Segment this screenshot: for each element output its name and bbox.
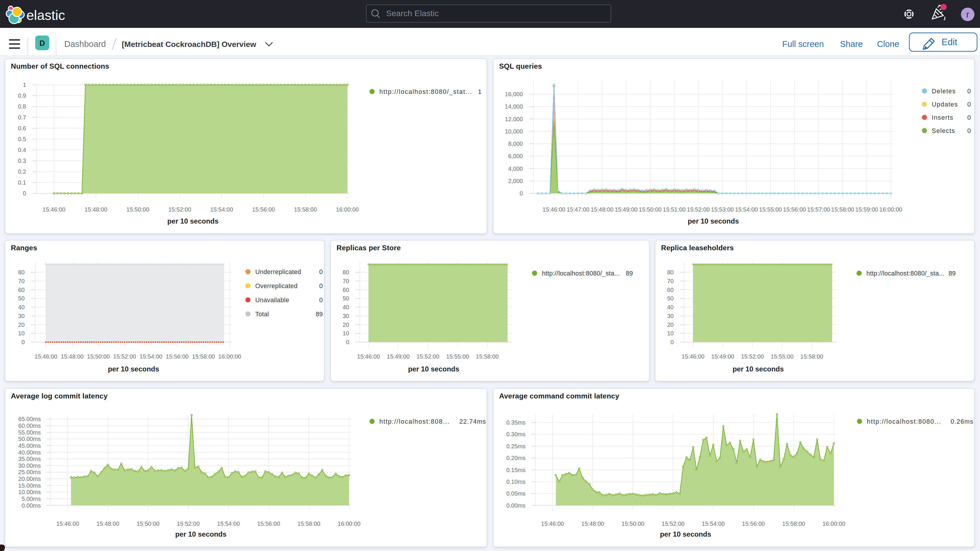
svg-text:0.10ms: 0.10ms: [506, 479, 525, 485]
svg-text:70: 70: [343, 278, 349, 284]
svg-text:16:00:00: 16:00:00: [879, 206, 902, 213]
svg-text:0.30ms: 0.30ms: [506, 431, 525, 438]
svg-text:per 10 seconds: per 10 seconds: [688, 217, 739, 225]
svg-text:15:47:00: 15:47:00: [566, 206, 589, 213]
svg-text:16:00:00: 16:00:00: [338, 521, 361, 527]
svg-text:50.00ms: 50.00ms: [18, 436, 41, 442]
svg-text:Total: Total: [255, 311, 269, 318]
svg-text:15:58:00: 15:58:00: [782, 521, 805, 527]
svg-text:22.74ms: 22.74ms: [459, 418, 486, 425]
svg-text:15:52:00: 15:52:00: [169, 206, 191, 213]
svg-text:20: 20: [667, 322, 674, 328]
svg-text:0.00ms: 0.00ms: [21, 502, 41, 509]
svg-text:80: 80: [343, 269, 349, 276]
svg-text:0: 0: [967, 88, 971, 95]
svg-text:8,000: 8,000: [508, 140, 523, 147]
svg-text:20.00ms: 20.00ms: [18, 476, 41, 482]
svg-text:5.00ms: 5.00ms: [21, 495, 41, 502]
svg-text:15:58:00: 15:58:00: [831, 206, 854, 213]
svg-text:15:46:00: 15:46:00: [541, 521, 564, 527]
svg-text:0: 0: [21, 339, 25, 346]
svg-text:1: 1: [478, 88, 482, 96]
svg-text:80: 80: [18, 269, 25, 276]
svg-text:15:50:00: 15:50:00: [87, 353, 110, 360]
svg-text:0.3: 0.3: [18, 158, 26, 164]
svg-text:per 10 seconds: per 10 seconds: [175, 530, 226, 538]
svg-text:40: 40: [667, 304, 674, 311]
svg-text:http://localhost:8080...: http://localhost:8080...: [867, 418, 942, 425]
svg-text:http://localhost:8080/_stat...: http://localhost:8080/_stat...: [379, 88, 473, 96]
svg-text:15:50:00: 15:50:00: [137, 521, 160, 527]
svg-text:Dashboard: Dashboard: [64, 39, 106, 49]
svg-text:0.20ms: 0.20ms: [506, 455, 525, 461]
svg-text:http://localhost:808...: http://localhost:808...: [379, 418, 450, 425]
svg-text:1: 1: [23, 81, 26, 88]
svg-text:per 10 seconds: per 10 seconds: [167, 217, 219, 225]
svg-text:12,000: 12,000: [505, 116, 523, 123]
svg-text:0.7: 0.7: [18, 114, 26, 121]
svg-text:0: 0: [319, 297, 323, 304]
svg-text:30: 30: [667, 313, 674, 319]
svg-text:Overreplicated: Overreplicated: [255, 283, 298, 290]
svg-text:15:59:00: 15:59:00: [855, 206, 878, 213]
svg-text:0: 0: [319, 283, 323, 290]
svg-text:15:54:00: 15:54:00: [702, 521, 725, 527]
svg-text:15:56:00: 15:56:00: [742, 521, 765, 527]
svg-text:elastic: elastic: [26, 8, 65, 23]
svg-text:60.00ms: 60.00ms: [18, 422, 41, 429]
svg-text:15:58:00: 15:58:00: [294, 206, 317, 213]
svg-text:0: 0: [319, 268, 323, 276]
svg-text:50: 50: [343, 295, 349, 302]
svg-text:Unavailable: Unavailable: [255, 297, 289, 304]
svg-text:per 10 seconds: per 10 seconds: [108, 365, 159, 373]
svg-text:r: r: [966, 9, 969, 20]
svg-text:0.25ms: 0.25ms: [506, 443, 525, 449]
svg-text:15:55:00: 15:55:00: [446, 353, 469, 360]
svg-text:15:58:00: 15:58:00: [476, 353, 499, 360]
svg-text:0: 0: [520, 190, 523, 197]
svg-text:Full screen: Full screen: [782, 39, 824, 49]
svg-text:15:52:00: 15:52:00: [177, 521, 200, 527]
svg-text:0: 0: [346, 339, 349, 346]
svg-text:16,000: 16,000: [505, 91, 523, 97]
svg-text:http://localhost:8080/_sta...: http://localhost:8080/_sta...: [867, 270, 945, 277]
svg-text:10,000: 10,000: [505, 128, 523, 135]
svg-text:15:52:00: 15:52:00: [416, 353, 439, 360]
svg-text:0: 0: [23, 190, 26, 197]
svg-text:15:54:00: 15:54:00: [140, 353, 162, 360]
svg-text:Search Elastic: Search Elastic: [386, 9, 439, 18]
svg-text:15.00ms: 15.00ms: [18, 483, 41, 489]
svg-text:15:49:00: 15:49:00: [711, 353, 734, 360]
svg-text:4,000: 4,000: [508, 166, 523, 172]
svg-text:15:56:00: 15:56:00: [783, 206, 806, 213]
svg-text:30.00ms: 30.00ms: [18, 462, 41, 469]
svg-text:15:56:00: 15:56:00: [257, 521, 280, 527]
svg-text:0.5: 0.5: [18, 136, 26, 142]
svg-text:Edit: Edit: [942, 37, 958, 47]
svg-text:89: 89: [948, 270, 956, 277]
svg-text:15:52:00: 15:52:00: [741, 353, 764, 360]
svg-text:0: 0: [967, 127, 971, 134]
svg-text:15:54:00: 15:54:00: [735, 206, 758, 213]
svg-text:Updates: Updates: [932, 101, 958, 108]
svg-text:0.35ms: 0.35ms: [506, 419, 525, 426]
svg-text:15:48:00: 15:48:00: [581, 521, 604, 527]
svg-text:0.26ms: 0.26ms: [951, 418, 974, 425]
svg-text:55.00ms: 55.00ms: [18, 429, 41, 436]
svg-text:60: 60: [18, 287, 25, 293]
svg-text:10: 10: [343, 330, 349, 336]
svg-text:45.00ms: 45.00ms: [18, 443, 41, 449]
svg-text:70: 70: [667, 278, 674, 284]
svg-text:20: 20: [18, 322, 25, 328]
svg-text:15:48:00: 15:48:00: [97, 521, 119, 527]
svg-text:Deletes: Deletes: [932, 88, 956, 95]
svg-text:15:46:00: 15:46:00: [542, 206, 565, 213]
svg-text:10: 10: [667, 330, 674, 336]
svg-text:89: 89: [316, 311, 323, 318]
svg-text:Clone: Clone: [877, 39, 899, 49]
svg-text:0.00ms: 0.00ms: [506, 502, 525, 509]
svg-text:15:56:00: 15:56:00: [166, 353, 189, 360]
svg-text:15:48:00: 15:48:00: [591, 206, 614, 213]
svg-text:15:51:00: 15:51:00: [663, 206, 686, 213]
svg-text:16:00:00: 16:00:00: [336, 206, 359, 213]
